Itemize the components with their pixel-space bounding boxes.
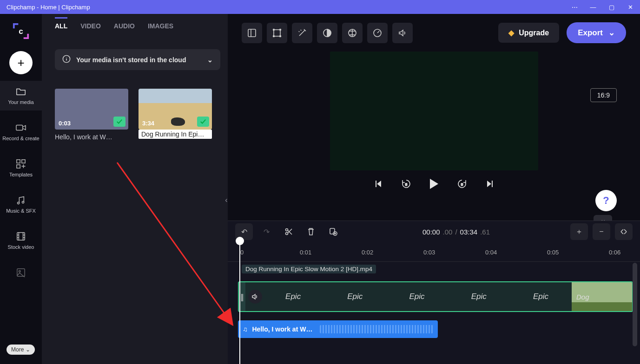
rail-label: Music & SFX [6,208,36,214]
svg-point-14 [280,29,281,30]
rail-music[interactable]: Music & SFX [0,189,42,219]
preview-area: ◆ Upgrade Export ⌄ 16:9 5 5 ? ⌄ [228,14,640,221]
timeline-ruler[interactable]: 0 0:01 0:02 0:03 0:04 0:05 0:06 [228,242,640,262]
chevron-down-icon: ⌄ [608,28,615,38]
filters-tool[interactable] [342,23,363,43]
rail-label: Your media [8,99,33,105]
audio-waveform [320,325,433,333]
media-thumbnail: 3:34 [139,89,212,130]
svg-rect-4 [17,165,20,168]
svg-text:5: 5 [461,182,463,187]
video-clip[interactable]: ‖ EpicEpicEpicEpicEpic Dog [238,281,633,312]
media-thumbnail: 0:03 [55,89,128,130]
check-icon [197,117,209,127]
titlebar: Clipchamp - Home | Clipchamp ⋯ — ▢ ✕ [0,0,640,14]
forward-5-button[interactable]: 5 [456,178,468,190]
skip-start-button[interactable] [372,178,384,190]
svg-point-16 [280,35,281,37]
chevron-down-icon: ⌄ [207,56,213,64]
svg-text:c: c [19,27,23,36]
skip-end-button[interactable] [484,178,496,190]
folder-icon [16,86,26,97]
audio-clip[interactable]: ♫ Hello, I work at W… [238,320,438,338]
layout-tool[interactable] [242,23,262,43]
upgrade-button[interactable]: ◆ Upgrade [498,23,559,43]
camera-icon [16,123,26,133]
rewind-5-button[interactable]: 5 [400,178,412,190]
clip-title: Dog Running In Epic Slow Motion 2 [HD].m… [242,265,376,273]
media-item[interactable]: 3:34 Dog Running In Epi… [139,89,212,141]
music-note-icon: ♫ [243,325,248,333]
contrast-tool[interactable] [317,23,337,43]
music-icon [16,195,26,205]
volume-tool[interactable] [392,23,413,43]
maximize-icon[interactable]: ▢ [608,4,615,10]
aspect-ratio-button[interactable]: 16:9 [590,88,617,102]
upgrade-label: Upgrade [519,29,549,37]
media-label: Dog Running In Epi… [139,130,212,139]
more-button[interactable]: More ⌄ [7,344,35,355]
left-rail: c + Your media Record & create Templates… [0,14,42,364]
svg-point-6 [22,201,24,203]
media-tabs: ALL VIDEO AUDIO IMAGES [55,22,220,40]
add-button[interactable]: + [9,51,33,74]
crop-tool[interactable] [267,23,287,43]
svg-point-9 [19,270,20,272]
cloud-info-bar[interactable]: Your media isn't stored in the cloud ⌄ [55,49,220,70]
clip-body: EpicEpicEpicEpicEpic [262,292,572,301]
info-icon [62,55,71,65]
window-title: Clipchamp - Home | Clipchamp [7,4,90,11]
delete-button[interactable] [302,223,320,240]
tab-video[interactable]: VIDEO [80,22,101,34]
timeline-scrollbar[interactable] [633,263,637,346]
rail-stock[interactable]: Stock video [0,226,42,255]
tab-audio[interactable]: AUDIO [114,22,135,34]
plus-icon: + [17,56,24,70]
svg-point-15 [273,35,275,37]
timeline-timecode: 00:00.00 / 03:34.61 [422,228,490,236]
rail-record[interactable]: Record & create [0,117,42,147]
svg-rect-11 [248,29,256,37]
media-duration: 3:34 [142,120,154,127]
video-preview[interactable] [330,52,538,170]
clip-mute-button[interactable] [248,290,262,304]
fit-button[interactable] [615,223,633,240]
svg-rect-2 [17,160,20,163]
close-icon[interactable]: ✕ [627,4,633,10]
redo-button[interactable]: ↷ [257,223,275,240]
minimize-icon[interactable]: — [590,4,596,10]
svg-rect-8 [17,269,25,276]
tab-images[interactable]: IMAGES [148,22,173,34]
speed-tool[interactable] [367,23,388,43]
magic-tool[interactable] [292,23,312,43]
svg-rect-12 [274,30,280,36]
clip-thumbnail: Dog [572,282,632,311]
zoom-out-button[interactable]: − [593,223,610,240]
image-icon [16,267,26,278]
rail-your-media[interactable]: Your media [0,81,42,110]
ellipsis-icon[interactable]: ⋯ [571,4,578,10]
media-panel: ALL VIDEO AUDIO IMAGES Your media isn't … [42,14,228,364]
brand-logo: c [12,22,30,40]
grid-icon [16,159,26,169]
tab-all[interactable]: ALL [55,17,67,34]
rail-label: Record & create [2,136,39,141]
check-icon [113,117,125,127]
timeline: ↶ ↷ 00:00.00 / 03:34.61 ＋ − 0 0:01 0:02 … [228,221,640,364]
duplicate-button[interactable] [324,223,342,240]
playhead[interactable] [239,240,240,364]
info-text: Your media isn't stored in the cloud [76,56,186,64]
rail-templates[interactable]: Templates [0,153,42,183]
diamond-icon: ◆ [508,28,514,37]
split-button[interactable] [280,223,297,240]
rail-extra[interactable] [0,262,42,283]
svg-point-13 [273,29,275,30]
help-button[interactable]: ? [595,190,617,211]
play-button[interactable] [428,178,440,190]
more-label: More [11,346,24,353]
question-icon: ? [603,195,609,207]
zoom-in-button[interactable]: ＋ [570,223,588,240]
export-button[interactable]: Export ⌄ [567,22,626,43]
media-item[interactable]: 0:03 Hello, I work at W… [55,89,128,141]
svg-rect-3 [22,160,25,163]
